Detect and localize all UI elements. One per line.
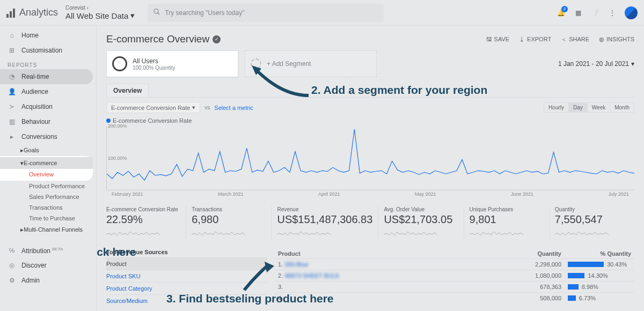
source-row[interactable]: Product [106,257,267,270]
qty-cell: 2,298,000 [470,259,565,270]
property-selector[interactable]: Corevist › All Web Site Data▾ [65,5,135,20]
brand-text: Analytics [19,7,58,18]
chevron-down-icon: ▾ [631,60,634,68]
add-segment-button[interactable]: + Add Segment [245,50,377,77]
grain-hourly[interactable]: Hourly [544,103,569,112]
gear-icon: ⚙ [8,277,16,284]
insights-button[interactable]: ◍INSIGHTS [599,35,634,43]
nav-acquisition[interactable]: ≻Acquisition [0,99,96,114]
topbar: Analytics Corevist › All Web Site Data▾ … [0,0,644,26]
kpi-label: Revenue [277,206,372,212]
grain-month[interactable]: Month [610,103,634,112]
nav-discover[interactable]: ◎Discover [0,258,96,273]
table-row[interactable]: 1. 260-Blue2,298,00030.43% [275,259,634,270]
save-button[interactable]: 🖫SAVE [486,35,510,43]
source-row[interactable]: Source/Medium [106,294,267,307]
search-input[interactable]: Try searching "Users today" [148,4,384,22]
export-icon: ⭳ [519,36,525,42]
nav-ecommerce[interactable]: ▾ E-commerce [0,157,93,169]
kpi-card[interactable]: Unique Purchases9,801 [464,206,549,239]
col-quantity: Quantity [470,249,565,259]
chevron-down-icon: ▾ [130,11,135,20]
table-row[interactable]: 4. 508,0006.73% [275,293,634,304]
share-button[interactable]: ＜SHARE [561,35,589,43]
flag-icon: ▸ [8,133,16,140]
kpi-value: 9,801 [470,213,544,226]
kpi-card[interactable]: E-commerce Conversion Rate22.59% [106,206,186,239]
export-button[interactable]: ⭳EXPORT [519,35,551,43]
col-product: Product [275,249,470,259]
segment-card[interactable]: All Users 100.00% Quantity [106,50,238,77]
x-tick: February 2021 [112,191,143,197]
search-icon [153,8,160,17]
customise-icon: ⊞ [8,47,16,54]
kpi-label: Avg. Order Value [384,206,458,212]
grain-day[interactable]: Day [569,103,588,112]
kpi-value: 6,980 [192,213,266,226]
nav-goals[interactable]: ▸ Goals [0,144,96,156]
source-row[interactable]: Product Category [106,282,267,294]
source-row[interactable]: Product SKU [106,270,267,282]
kpi-card[interactable]: Transactions6,980 [186,206,271,239]
products-table: Product Quantity % Quantity 1. 260-Blue2… [275,249,634,307]
tab-overview[interactable]: Overview [106,84,149,97]
pct-cell: 14.30% [565,270,634,282]
nav-behaviour[interactable]: ▥Behaviour [0,114,96,129]
discover-icon: ◎ [8,262,16,269]
sources-header: Top Revenue Sources [106,249,267,257]
qty-cell: 678,363 [470,282,565,293]
apps-icon[interactable]: ▦ [573,8,583,18]
date-range-picker[interactable]: 1 Jan 2021 - 20 Jul 2021 ▾ [558,60,634,68]
acquisition-icon: ≻ [8,103,16,110]
kpi-label: E-commerce Conversion Rate [106,206,180,212]
share-icon: ＜ [561,35,567,43]
primary-metric-select[interactable]: E-commerce Conversion Rate▾ [106,102,200,113]
more-vert-icon[interactable]: ⋮ [608,8,617,18]
nav-customisation[interactable]: ⊞Customisation [0,43,96,58]
bell-icon[interactable]: 🔔2 [556,8,566,18]
x-axis: February 2021March 2021April 2021May 202… [106,190,634,197]
nav-transactions[interactable]: Transactions [0,202,96,213]
nav-audience[interactable]: 👤Audience [0,84,96,99]
table-row[interactable]: 3. 678,3638.98% [275,282,634,293]
legend-dot-icon [106,119,111,123]
home-icon: ⌂ [8,32,16,39]
nav-ecom-overview[interactable]: Overview [0,169,90,180]
avatar[interactable] [625,6,638,19]
kpi-card[interactable]: Quantity7,550,547 [549,206,634,239]
segment-title: All Users [133,57,175,65]
kpi-value: US$21,703.05 [384,213,458,226]
insights-icon: ◍ [599,36,604,43]
reports-label: REPORTS [0,58,96,69]
attribution-icon: ℅ [8,247,16,254]
table-row[interactable]: 2. 48873 SHEET BULK1,080,00014.30% [275,270,634,282]
kpi-value: 22.59% [106,213,180,226]
kpi-card[interactable]: RevenueUS$151,487,306.83 [271,206,378,239]
clock-icon: ◔ [8,73,16,80]
kpi-value: US$151,487,306.83 [277,213,372,226]
nav-multichannel[interactable]: ▸ Multi-Channel Funnels [0,224,96,235]
behaviour-icon: ▥ [8,118,16,125]
kpi-card[interactable]: Avg. Order ValueUS$21,703.05 [378,206,463,239]
top-actions: 🔔2 ▦ ❔ ⋮ [556,6,638,19]
sidebar: ⌂Home ⊞Customisation REPORTS ◔Real-time … [0,26,97,311]
nav-admin[interactable]: ⚙Admin [0,273,96,288]
nav-sales-perf[interactable]: Sales Performance [0,191,96,202]
kpi-label: Transactions [192,206,266,212]
nav-attribution[interactable]: ℅AttributionBETA [0,243,96,258]
nav-conversions[interactable]: ▸Conversions [0,129,96,144]
nav-home[interactable]: ⌂Home [0,28,96,43]
grain-week[interactable]: Week [588,103,610,112]
secondary-metric-select[interactable]: Select a metric [214,105,253,111]
nav-time-to-purchase[interactable]: Time to Purchase [0,213,96,224]
logo: Analytics [6,7,58,18]
help-icon[interactable]: ❔ [590,8,600,18]
x-tick: March 2021 [218,191,244,197]
nav-realtime[interactable]: ◔Real-time [0,69,93,84]
main: E-commerce Overview ✓ 🖫SAVE ⭳EXPORT ＜SHA… [97,26,644,311]
nav-product-perf[interactable]: Product Performance [0,181,96,191]
line-chart[interactable]: 200.00% 100.00% [106,126,634,190]
search-placeholder: Try searching "Users today" [165,9,244,17]
time-grain-switch: Hourly Day Week Month [544,102,634,113]
kpi-row: E-commerce Conversion Rate22.59%Transact… [106,206,634,239]
